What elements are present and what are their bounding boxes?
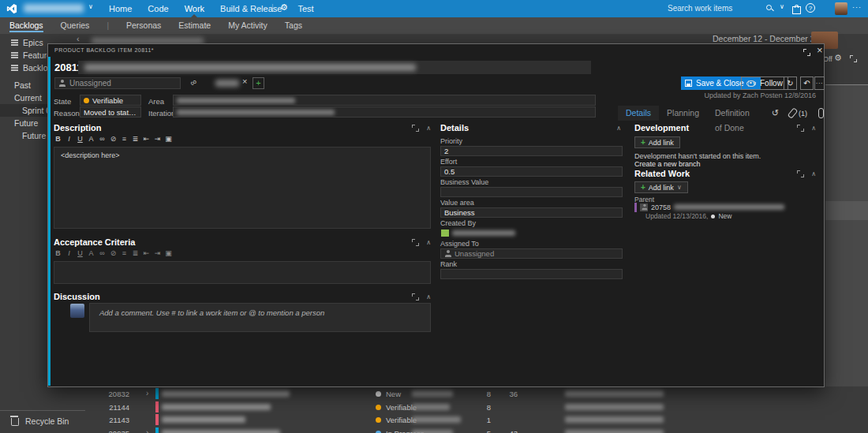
- expand-chevron-icon[interactable]: ›: [146, 389, 148, 398]
- bullet-list-icon[interactable]: ≡: [120, 249, 129, 257]
- follow-button[interactable]: Follow: [741, 77, 788, 90]
- detail-field-input[interactable]: Unassigned: [440, 248, 623, 259]
- detail-field-input[interactable]: [440, 228, 623, 238]
- detail-field-input[interactable]: Business: [440, 207, 623, 218]
- create-branch-link[interactable]: Create a new branch: [634, 160, 701, 168]
- related-work-expand-icon[interactable]: [797, 170, 804, 177]
- table-row[interactable]: 20832 › New 8 36: [0, 387, 868, 401]
- underline-icon[interactable]: U: [76, 249, 84, 257]
- add-tag-button[interactable]: +: [253, 77, 264, 89]
- underline-icon[interactable]: U: [76, 135, 84, 143]
- dialog-close-icon[interactable]: ×: [817, 44, 823, 56]
- acceptance-collapse-icon[interactable]: ∧: [426, 239, 431, 246]
- more-actions-button[interactable]: ···: [814, 77, 825, 90]
- vs-logo[interactable]: [6, 3, 17, 17]
- sub-nav-item[interactable]: Personas: [126, 17, 161, 34]
- area-field[interactable]: [173, 95, 596, 106]
- table-row[interactable]: 21143 › Verifiable 1: [0, 413, 868, 427]
- description-editor[interactable]: <description here>: [54, 147, 431, 229]
- help-icon[interactable]: ?: [806, 3, 815, 13]
- top-nav-item[interactable]: Build & Release: [212, 0, 290, 17]
- link-icon[interactable]: ∞: [98, 249, 107, 257]
- dialog-tab[interactable]: Definition of Done: [707, 106, 762, 121]
- detail-field-value: Business: [444, 208, 475, 217]
- refresh-button[interactable]: ↻: [784, 77, 797, 90]
- bold-icon[interactable]: B: [54, 249, 62, 257]
- top-nav-item[interactable]: Home: [101, 0, 140, 17]
- detail-field-input[interactable]: 2: [440, 146, 623, 156]
- italic-icon[interactable]: I: [65, 135, 73, 143]
- search-filter-chevron-icon[interactable]: ∨: [780, 3, 784, 10]
- detail-field-input[interactable]: [440, 269, 623, 279]
- development-expand-icon[interactable]: [797, 125, 804, 132]
- fullscreen-icon[interactable]: [850, 55, 857, 62]
- dialog-tab[interactable]: Planning: [659, 106, 707, 121]
- sub-nav-item[interactable]: My Activity: [228, 17, 268, 34]
- sub-nav-item[interactable]: Backlogs: [9, 17, 43, 34]
- links-paperclip-icon[interactable]: [788, 107, 799, 118]
- sub-nav-item[interactable]: Queries: [61, 17, 90, 34]
- state-field[interactable]: Verifiable: [80, 95, 141, 106]
- bold-icon[interactable]: B: [54, 135, 62, 143]
- numbered-list-icon[interactable]: ≣: [131, 249, 140, 257]
- acceptance-expand-icon[interactable]: [412, 239, 419, 246]
- detail-field-input[interactable]: 0.5: [440, 166, 623, 177]
- attachments-icon[interactable]: [818, 108, 824, 118]
- detail-field-input[interactable]: [440, 187, 623, 197]
- italic-icon[interactable]: I: [65, 249, 73, 257]
- related-add-link-button[interactable]: + Add link ∨: [634, 181, 688, 193]
- outdent-icon[interactable]: ⇤: [142, 135, 151, 143]
- discussion-comment-input[interactable]: Add a comment. Use # to link a work item…: [89, 303, 431, 332]
- acceptance-editor[interactable]: [54, 261, 431, 284]
- related-work-collapse-icon[interactable]: ∧: [811, 170, 816, 177]
- search-input[interactable]: Search work items: [668, 4, 732, 13]
- discussion-expand-icon[interactable]: [412, 293, 419, 300]
- dev-add-link-button[interactable]: + Add link: [634, 136, 680, 148]
- unlink-icon[interactable]: ⊘: [109, 135, 118, 143]
- history-icon[interactable]: ↺: [772, 108, 779, 118]
- description-expand-icon[interactable]: [412, 125, 419, 132]
- top-nav-item[interactable]: Code: [140, 0, 176, 17]
- indent-icon[interactable]: ⇥: [153, 135, 162, 143]
- link-icon[interactable]: ∞: [189, 77, 199, 88]
- development-collapse-icon[interactable]: ∧: [811, 125, 816, 132]
- top-more-icon[interactable]: ···: [852, 3, 862, 11]
- table-row[interactable]: 20935 › In Progress 5 43: [0, 427, 868, 433]
- clear-format-icon[interactable]: A: [87, 249, 95, 257]
- details-collapse-icon[interactable]: ∧: [616, 125, 621, 132]
- image-icon[interactable]: ▣: [164, 135, 173, 143]
- clear-format-icon[interactable]: A: [87, 135, 95, 143]
- image-icon[interactable]: ▣: [164, 249, 173, 257]
- reason-field[interactable]: Moved to state Verifiable: [80, 106, 141, 118]
- title-field[interactable]: [78, 61, 591, 74]
- discussion-collapse-icon[interactable]: ∧: [426, 293, 431, 300]
- unlink-icon[interactable]: ⊘: [109, 249, 118, 257]
- search-icon[interactable]: [766, 5, 773, 12]
- undo-button[interactable]: ↶: [800, 77, 814, 90]
- dialog-maximize-icon[interactable]: [803, 49, 810, 56]
- indent-icon[interactable]: ⇥: [153, 249, 162, 257]
- marketplace-bag-icon[interactable]: [792, 6, 801, 14]
- iteration-field[interactable]: [173, 106, 596, 118]
- settings-gear-icon[interactable]: ⚙: [834, 53, 842, 63]
- table-row[interactable]: 21144 › Verifiable 8: [0, 401, 868, 414]
- tag-blurred: [215, 80, 239, 87]
- description-collapse-icon[interactable]: ∧: [426, 125, 431, 132]
- bullet-list-icon[interactable]: ≡: [120, 135, 129, 143]
- sub-nav-item[interactable]: Estimate: [178, 17, 211, 34]
- account-chevron-icon[interactable]: ∨: [88, 3, 93, 10]
- parent-work-item[interactable]: 20758: [634, 202, 814, 212]
- expand-chevron-icon[interactable]: ›: [146, 428, 148, 433]
- numbered-list-icon[interactable]: ≣: [131, 135, 140, 143]
- gear-icon[interactable]: ⚙: [280, 2, 288, 13]
- account-name-blurred[interactable]: [24, 4, 84, 13]
- sub-nav-item[interactable]: Tags: [285, 17, 302, 34]
- dialog-tab[interactable]: Details: [618, 106, 659, 121]
- top-nav-item[interactable]: Test: [290, 0, 321, 17]
- user-avatar[interactable]: [835, 2, 847, 15]
- link-icon[interactable]: ∞: [98, 135, 107, 143]
- remove-tag-icon[interactable]: ×: [242, 77, 247, 86]
- top-nav-item[interactable]: Work: [177, 0, 212, 17]
- assigned-to-field[interactable]: Unassigned: [54, 77, 181, 89]
- outdent-icon[interactable]: ⇤: [142, 249, 151, 257]
